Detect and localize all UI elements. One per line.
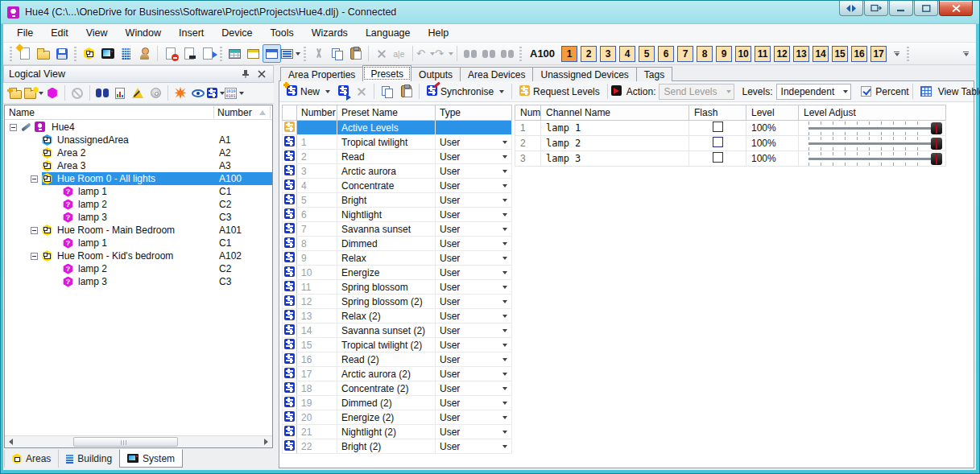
tree-row[interactable]: Hue Room - Kid's bedroom A102 [5, 249, 272, 262]
preset-name[interactable]: Energize [337, 266, 436, 280]
preset-select-button[interactable]: 14 [813, 46, 829, 62]
edit-preset-button[interactable] [334, 83, 353, 101]
preset-row[interactable]: Active Levels [283, 121, 512, 135]
view-tab[interactable]: Building [58, 450, 119, 468]
cut-button[interactable] [309, 44, 328, 63]
tree-row[interactable]: Hue Room - Main Bedroom A101 [5, 224, 272, 237]
preset-type-cell[interactable]: User [436, 193, 512, 208]
chevron-down-icon[interactable] [325, 90, 330, 93]
type-dropdown-button[interactable] [498, 165, 511, 177]
preset-type-cell[interactable]: User [436, 352, 512, 367]
rename-button[interactable] [391, 44, 409, 63]
channel-num-column-header[interactable]: Num [515, 105, 541, 121]
preset-row[interactable]: 16 Read (2) User [283, 352, 512, 367]
channel-level-column-header[interactable]: Level [746, 105, 799, 121]
preset-name[interactable]: Nightlight (2) [337, 425, 436, 439]
preset-name[interactable]: Nightlight [337, 208, 436, 222]
menu-item[interactable]: Wizards [303, 25, 357, 41]
detach-window-button[interactable] [864, 1, 888, 16]
minimize-button[interactable] [889, 1, 913, 16]
menu-item[interactable]: Tools [262, 25, 303, 41]
new-document-button[interactable] [15, 44, 34, 63]
menu-item[interactable]: File [8, 25, 42, 41]
preset-type-cell[interactable]: User [436, 222, 512, 237]
preset-select-button[interactable]: 17 [870, 46, 887, 62]
detail-tab[interactable]: Area Devices [460, 67, 533, 81]
save-project-button[interactable] [52, 44, 71, 63]
export-data-button[interactable] [198, 44, 217, 63]
chevron-down-icon[interactable] [449, 52, 453, 56]
preset-type-cell[interactable]: User [436, 367, 512, 381]
preset-row[interactable]: 15 Tropical twilight (2) User [283, 338, 512, 352]
menu-item[interactable]: Help [420, 25, 458, 41]
preset-row[interactable]: 18 Concentrate (2) User [283, 381, 512, 396]
channel-level[interactable]: 100% [746, 121, 799, 136]
preset-type-cell[interactable]: User [436, 309, 512, 324]
new-area-folder-button[interactable] [24, 84, 43, 102]
type-dropdown-button[interactable] [498, 252, 511, 264]
preset-row[interactable]: 14 Savanna sunset (2) User [283, 324, 512, 338]
detail-tab[interactable]: Presets [362, 65, 411, 81]
tree-item-name[interactable]: lamp 3 [78, 276, 107, 287]
preset-name[interactable]: Concentrate (2) [337, 381, 436, 396]
channel-level-adjust-column-header[interactable]: Level Adjust [799, 105, 946, 121]
tree-row[interactable]: lamp 3 C3 [5, 211, 272, 224]
levels-select[interactable]: Independent [776, 84, 852, 100]
preset-name-column-header[interactable]: Preset Name [337, 105, 436, 121]
copy-button[interactable] [378, 83, 397, 101]
view-table-button[interactable]: View Table [916, 83, 980, 101]
scroll-right-button[interactable] [260, 436, 272, 447]
type-dropdown-button[interactable] [498, 237, 511, 249]
tree-item-name[interactable]: lamp 1 [78, 186, 107, 197]
preset-row[interactable]: 6 Nightlight User [283, 208, 512, 222]
type-dropdown-button[interactable] [498, 397, 511, 409]
preset-type-cell[interactable]: User [436, 150, 512, 164]
channel-name[interactable]: lamp 1 [541, 121, 689, 136]
type-dropdown-button[interactable] [498, 223, 511, 235]
disable-button[interactable] [68, 84, 86, 102]
preset-name[interactable]: Concentrate [337, 179, 436, 193]
preset-type-cell[interactable] [436, 121, 512, 135]
preset-name[interactable]: Energize (2) [337, 410, 436, 425]
tree-expander[interactable] [31, 227, 38, 234]
preset-type-cell[interactable]: User [436, 396, 512, 410]
type-dropdown-button[interactable] [498, 281, 511, 293]
preset-row[interactable]: 4 Concentrate User [283, 179, 512, 193]
preset-select-button[interactable]: 4 [619, 46, 635, 62]
system-view-button[interactable] [98, 44, 117, 63]
delete-from-project-button[interactable] [161, 44, 180, 63]
detail-tab[interactable]: Area Properties [280, 67, 363, 81]
preset-type-cell[interactable]: User [436, 439, 512, 454]
preset-name[interactable]: Tropical twilight (2) [337, 338, 436, 352]
preset-row[interactable]: 13 Relax (2) User [283, 309, 512, 324]
pin-icon[interactable] [239, 68, 252, 80]
tree-expander[interactable] [10, 124, 17, 131]
grid-view-button[interactable] [225, 44, 244, 63]
type-dropdown-button[interactable] [498, 194, 511, 206]
tree-row[interactable]: Hue4 [5, 121, 272, 134]
flash-checkbox[interactable] [713, 122, 723, 132]
slider-thumb[interactable] [931, 138, 942, 150]
copy-button[interactable] [328, 44, 346, 63]
column-divider[interactable] [270, 106, 271, 118]
find-button[interactable] [461, 44, 479, 63]
request-levels-button[interactable]: Request Levels [515, 83, 604, 101]
new-preset-button[interactable]: New [283, 83, 334, 101]
tree-expander[interactable] [31, 175, 38, 183]
preset-type-cell[interactable]: User [436, 324, 512, 338]
action-select[interactable]: Send Levels [659, 84, 734, 100]
binary-log-button[interactable] [225, 84, 244, 102]
tree-item-name[interactable]: UnassignedArea [57, 134, 129, 146]
preset-type-cell[interactable]: User [436, 237, 512, 251]
menu-item[interactable]: Device [213, 25, 261, 41]
chevron-down-icon[interactable] [499, 90, 504, 93]
tree-row[interactable]: Area 3 A3 [5, 159, 272, 172]
preset-select-button[interactable]: 3 [600, 46, 616, 62]
preset-type-cell[interactable]: User [436, 135, 512, 150]
type-dropdown-button[interactable] [498, 208, 511, 221]
preset-name[interactable]: Savanna sunset (2) [337, 324, 436, 338]
toolbar-overflow-button[interactable] [891, 46, 902, 62]
preset-select-button[interactable]: 10 [735, 46, 751, 62]
device-editor-button[interactable] [180, 44, 198, 63]
column-header-name[interactable]: Name [9, 107, 35, 118]
